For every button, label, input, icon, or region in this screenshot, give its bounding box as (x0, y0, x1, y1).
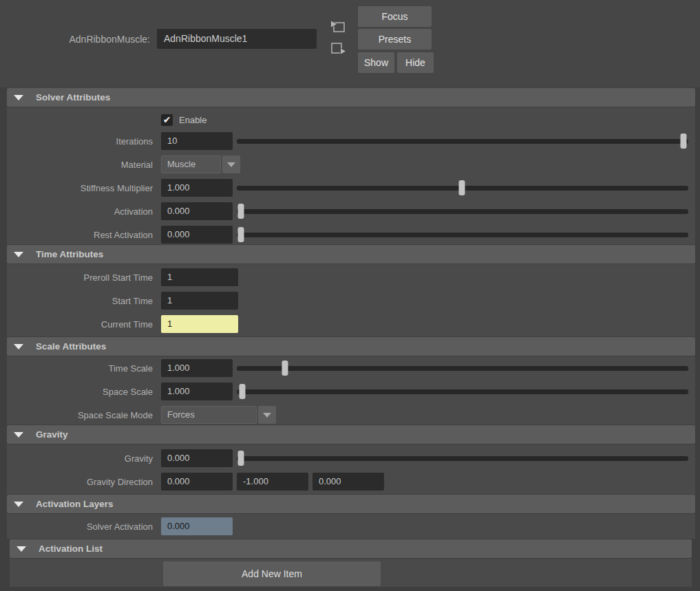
chevron-down-icon (263, 413, 271, 418)
collapse-triangle-icon[interactable] (14, 95, 23, 100)
space-scale-label: Space Scale (7, 387, 153, 397)
slider-handle[interactable] (681, 133, 687, 149)
material-label: Material (7, 160, 153, 170)
gravity-row: Gravity 0.000 (7, 447, 695, 470)
space-scale-slider[interactable] (237, 389, 688, 394)
time-scale-field[interactable]: 1.000 (161, 359, 233, 377)
gravity-direction-x-field[interactable]: 0.000 (161, 473, 233, 491)
collapse-triangle-icon[interactable] (14, 502, 23, 507)
space-scale-mode-row: Space Scale Mode Forces (7, 403, 695, 427)
activation-field[interactable]: 0.000 (161, 202, 233, 220)
chevron-down-icon (227, 162, 235, 167)
collapse-triangle-icon[interactable] (14, 344, 23, 350)
solver-activation-field[interactable]: 0.000 (161, 517, 233, 535)
show-button[interactable]: Show (358, 52, 394, 73)
gravity-label: Gravity (7, 453, 153, 464)
section-title: Time Attributes (36, 249, 103, 259)
stiffness-multiplier-slider[interactable] (237, 186, 688, 191)
current-time-label: Current Time (7, 319, 153, 330)
space-scale-row: Space Scale 1.000 (7, 380, 695, 403)
enable-checkbox[interactable]: ✔ (161, 114, 173, 126)
slider-handle[interactable] (237, 227, 244, 242)
material-dropdown-arrow[interactable] (222, 155, 240, 173)
section-title: Activation List (39, 544, 103, 554)
space-scale-field[interactable]: 1.000 (161, 383, 233, 400)
space-scale-mode-dropdown[interactable]: Forces (161, 406, 276, 424)
preroll-start-time-field[interactable]: 1 (161, 268, 238, 286)
slider-handle[interactable] (282, 361, 288, 376)
rest-activation-field[interactable]: 0.000 (161, 226, 233, 244)
space-scale-mode-dropdown-value[interactable]: Forces (161, 406, 257, 424)
gravity-field[interactable]: 0.000 (161, 449, 233, 467)
copy-tab-button[interactable] (328, 19, 348, 36)
section-content-activation-list: Add New Item (10, 559, 692, 587)
start-time-row: Start Time 1 (7, 289, 695, 312)
activation-slider[interactable] (237, 209, 688, 214)
space-scale-mode-label: Space Scale Mode (7, 410, 153, 420)
time-scale-row: Time Scale 1.000 (7, 356, 695, 380)
gravity-direction-label: Gravity Direction (7, 477, 153, 487)
space-scale-mode-dropdown-arrow[interactable] (258, 406, 276, 424)
enable-row: ✔ Enable (7, 110, 695, 129)
slider-handle[interactable] (239, 384, 245, 399)
collapse-triangle-icon[interactable] (14, 252, 23, 257)
stiffness-multiplier-label: Stiffness Multiplier (7, 183, 153, 193)
add-new-item-button[interactable]: Add New Item (163, 561, 381, 586)
section-title: Scale Attributes (36, 341, 106, 352)
hide-button[interactable]: Hide (397, 52, 434, 73)
time-scale-slider[interactable] (237, 366, 688, 371)
section-header-gravity[interactable]: Gravity (7, 425, 695, 444)
section-content-time: Preroll Start Time 1 Start Time 1 Curren… (7, 264, 695, 336)
node-type-label: AdnRibbonMuscle: (0, 34, 150, 45)
enable-label: Enable (179, 115, 206, 125)
iterations-label: Iterations (7, 136, 153, 147)
material-dropdown-value[interactable]: Muscle (161, 155, 221, 173)
stiffness-multiplier-row: Stiffness Multiplier 1.000 (7, 176, 695, 200)
start-time-label: Start Time (7, 296, 153, 306)
slider-handle[interactable] (237, 204, 244, 219)
section-header-solver-attributes[interactable]: Solver Attributes (7, 88, 695, 107)
rest-activation-label: Rest Activation (7, 230, 153, 240)
breakout-tab-button[interactable] (328, 41, 348, 59)
section-title: Solver Attributes (36, 92, 110, 103)
preroll-start-time-row: Preroll Start Time 1 (7, 266, 695, 289)
section-content-activation-layers: Solver Activation 0.000 (7, 514, 695, 539)
collapse-triangle-icon[interactable] (17, 546, 26, 552)
section-header-time-attributes[interactable]: Time Attributes (7, 245, 695, 264)
current-time-field[interactable]: 1 (161, 315, 238, 333)
current-time-row: Current Time 1 (7, 312, 695, 336)
preroll-start-time-label: Preroll Start Time (7, 272, 153, 283)
activation-label: Activation (7, 206, 153, 217)
breakout-tab-icon (328, 41, 348, 61)
attribute-editor-header: AdnRibbonMuscle: AdnRibbonMuscle1 Focus … (0, 0, 700, 87)
presets-button[interactable]: Presets (358, 29, 432, 50)
material-dropdown[interactable]: Muscle (161, 155, 240, 173)
solver-activation-label: Solver Activation (7, 522, 153, 532)
gravity-direction-row: Gravity Direction 0.000 -1.000 0.000 (7, 470, 695, 493)
iterations-field[interactable]: 10 (161, 132, 233, 150)
rest-activation-slider[interactable] (237, 233, 688, 237)
section-content-gravity: Gravity 0.000 Gravity Direction 0.000 -1… (7, 444, 695, 494)
start-time-field[interactable]: 1 (161, 292, 238, 310)
section-header-activation-layers[interactable]: Activation Layers (7, 495, 695, 513)
iterations-row: Iterations 10 (7, 129, 695, 153)
gravity-direction-z-field[interactable]: 0.000 (312, 473, 384, 491)
collapse-triangle-icon[interactable] (14, 432, 23, 438)
stiffness-multiplier-field[interactable]: 1.000 (161, 179, 233, 197)
section-title: Activation Layers (36, 499, 114, 509)
focus-button[interactable]: Focus (358, 6, 432, 27)
slider-handle[interactable] (458, 180, 465, 195)
activation-row: Activation 0.000 (7, 200, 695, 223)
node-name-input[interactable]: AdnRibbonMuscle1 (157, 29, 317, 49)
gravity-slider[interactable] (237, 456, 688, 461)
gravity-direction-y-field[interactable]: -1.000 (237, 473, 308, 491)
section-header-activation-list[interactable]: Activation List (10, 539, 692, 558)
solver-activation-row: Solver Activation 0.000 (7, 515, 695, 537)
copy-tab-icon (328, 18, 348, 38)
rest-activation-row: Rest Activation 0.000 (7, 223, 695, 246)
iterations-slider[interactable] (237, 139, 688, 144)
section-content-scale: Time Scale 1.000 Space Scale 1.000 Space… (7, 356, 695, 425)
time-scale-label: Time Scale (7, 363, 153, 374)
section-header-scale-attributes[interactable]: Scale Attributes (7, 337, 695, 356)
slider-handle[interactable] (237, 451, 244, 466)
